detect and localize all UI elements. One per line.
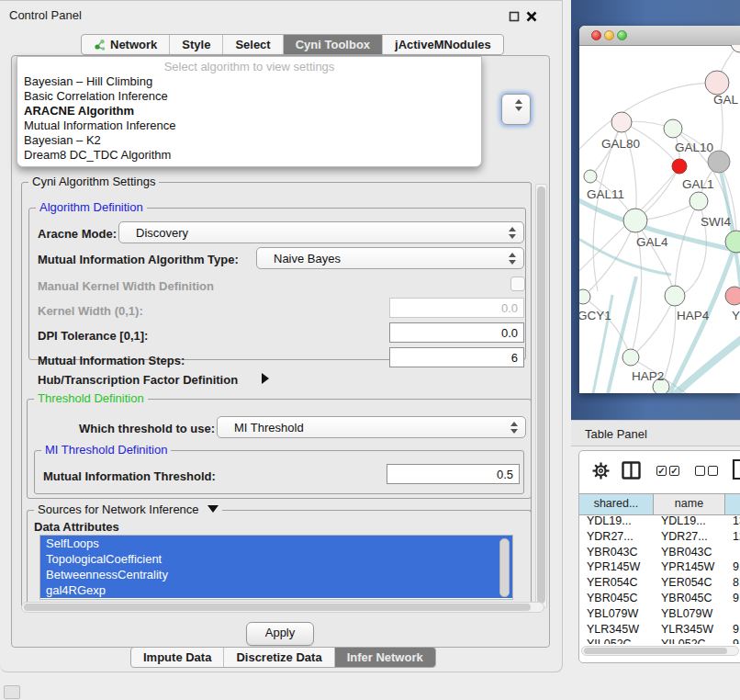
network-graph-canvas[interactable]: GALGAL80GAL10GAL1GAL11GAL4SWI4GCY1HAP4YH…: [579, 45, 740, 393]
table-row[interactable]: YDL19...YDL19...13: [579, 514, 740, 530]
table-hscroll-thumb[interactable]: [584, 648, 727, 654]
network-node-hap2[interactable]: [622, 349, 639, 366]
tab-infer-network[interactable]: Infer Network: [335, 648, 435, 667]
settings-scrollbar-thumb[interactable]: [537, 186, 545, 604]
close-traffic-light-icon[interactable]: [591, 30, 601, 40]
data-attributes-list[interactable]: SelfLoopsTopologicalCoefficientBetweenne…: [39, 535, 513, 600]
network-node-hap4[interactable]: [665, 286, 685, 306]
mi-threshold-label: Mutual Information Threshold:: [43, 469, 216, 483]
algorithm-dropdown-popup: Select algorithm to view settings Bayesi…: [17, 56, 482, 167]
checked-checkbox-icon[interactable]: ✓: [669, 466, 679, 476]
list-scrollbar-thumb[interactable]: [499, 538, 510, 597]
tab-select[interactable]: Select: [223, 35, 283, 54]
table-row[interactable]: YBL079WYBL079W: [579, 607, 740, 623]
dpi-tolerance-label: DPI Tolerance [0,1]:: [38, 329, 148, 343]
network-node-gal11[interactable]: [584, 170, 597, 183]
inference-algorithm-combobox-partial[interactable]: [501, 94, 531, 125]
table-row[interactable]: YPR145WYPR145W9.: [579, 560, 740, 576]
cyni-toolbox-panel: Select algorithm to view settings Bayesi…: [11, 55, 550, 648]
tab-style[interactable]: Style: [170, 35, 223, 54]
table-cell: 9.: [725, 623, 740, 638]
table-cell: YLR345W: [654, 623, 725, 638]
tab-discretize-data[interactable]: Discretize Data: [224, 648, 334, 667]
network-node-node-top[interactable]: [731, 45, 740, 52]
tab-network[interactable]: Network: [82, 35, 170, 54]
collapse-down-arrow-icon[interactable]: [207, 505, 219, 513]
minimize-traffic-light-icon[interactable]: [604, 30, 614, 40]
table-row[interactable]: YER054CYER054C8.: [579, 576, 740, 592]
network-node-gal80[interactable]: [611, 112, 632, 132]
table-row[interactable]: YLR345WYLR345W9.: [579, 623, 740, 638]
mi-threshold-field[interactable]: 0.5: [387, 464, 520, 484]
expand-right-arrow-icon[interactable]: [262, 373, 269, 384]
network-node-red-node[interactable]: [672, 159, 687, 174]
network-node-gal10[interactable]: [664, 119, 682, 138]
tab-jactivemnodules[interactable]: jActiveMNodules: [383, 35, 503, 54]
network-node-label-hap2: HAP2: [632, 369, 664, 383]
close-window-icon[interactable]: [525, 10, 538, 23]
dropdown-item-basic-correlation-inference[interactable]: Basic Correlation Inference: [17, 89, 481, 104]
manual-kernel-width-checkbox[interactable]: [510, 277, 525, 291]
dropdown-items: Bayesian – Hill ClimbingBasic Correlatio…: [17, 74, 481, 163]
unchecked-checkbox-icon[interactable]: [708, 466, 718, 476]
document-icon[interactable]: [732, 458, 740, 480]
zoom-traffic-light-icon[interactable]: [617, 30, 627, 40]
network-node-gcy1[interactable]: [579, 289, 590, 304]
dpi-tolerance-field[interactable]: 0.0: [389, 322, 524, 343]
network-node-gal4[interactable]: [623, 209, 647, 232]
dropdown-item-bayesian-k2[interactable]: Bayesian – K2: [17, 133, 481, 148]
dropdown-item-bayesian-hill-climbing[interactable]: Bayesian – Hill Climbing: [17, 74, 481, 89]
aracne-mode-combobox[interactable]: Discovery: [118, 221, 524, 243]
tab-cyni-toolbox[interactable]: Cyni Toolbox: [284, 35, 383, 54]
table-cell: YDL19...: [579, 514, 654, 530]
window-title: Control Panel: [9, 8, 82, 22]
which-threshold-combobox[interactable]: MI Threshold: [217, 416, 526, 438]
dropdown-item-aracne-algorithm[interactable]: ARACNE Algorithm: [17, 104, 481, 119]
attribute-item-gal4rgexp[interactable]: gal4RGexp: [40, 582, 512, 598]
table-cell: YLR345W: [579, 623, 654, 638]
attribute-item-betweennesscentrality[interactable]: BetweennessCentrality: [40, 567, 512, 582]
attribute-item-selfloops[interactable]: SelfLoops: [40, 536, 512, 551]
apply-button[interactable]: Apply: [246, 622, 314, 646]
group-title-threshold-definition: Threshold Definition: [34, 392, 148, 405]
table-horizontal-scrollbar[interactable]: [581, 646, 739, 656]
network-node-gal1[interactable]: [690, 192, 708, 210]
dropdown-item-dream8-dc-tdc-algorithm[interactable]: Dream8 DC_TDC Algorithm: [17, 148, 481, 163]
collapsed-panel-icon[interactable]: [4, 685, 20, 699]
tab-label: Network: [110, 38, 157, 51]
table-settings-gear-icon[interactable]: [592, 462, 610, 480]
network-node-salmon-node[interactable]: [725, 287, 740, 305]
network-icon: [94, 39, 106, 51]
kernel-width-field[interactable]: 0.0: [389, 298, 524, 318]
group-title-cyni-algorithm-settings: Cyni Algorithm Settings: [28, 175, 159, 188]
column-header-a[interactable]: A: [725, 494, 740, 514]
settings-hscroll-thumb[interactable]: [24, 604, 531, 611]
restore-window-icon[interactable]: [509, 11, 520, 22]
table-cell: YDR27...: [654, 530, 725, 546]
checked-checkbox-icon[interactable]: ✓: [656, 466, 667, 476]
column-browser-icon[interactable]: [622, 461, 641, 480]
table-cell: YBL079W: [579, 607, 654, 623]
tab-label: Infer Network: [347, 650, 423, 664]
bottom-tabbar: Impute DataDiscretize DataInfer Network: [130, 647, 436, 668]
settings-horizontal-scrollbar[interactable]: [21, 602, 544, 613]
mi-steps-label: Mutual Information Steps:: [38, 354, 185, 367]
attribute-item-topologicalcoefficient[interactable]: TopologicalCoefficient: [40, 551, 512, 567]
dropdown-item-mutual-information-inference[interactable]: Mutual Information Inference: [17, 119, 481, 133]
table-row[interactable]: YBR043CYBR043C: [579, 546, 740, 561]
column-header-name[interactable]: name: [654, 494, 725, 514]
table-row[interactable]: YIL052CYIL052C9.: [579, 638, 740, 644]
mi-algorithm-type-combobox[interactable]: Naive Bayes: [256, 247, 524, 269]
unchecked-checkbox-icon[interactable]: [695, 466, 705, 476]
mi-steps-field[interactable]: 6: [389, 347, 524, 367]
network-window-titlebar[interactable]: [579, 26, 740, 46]
network-node-gal-partial[interactable]: [705, 71, 729, 95]
table-cell: YPR145W: [579, 560, 654, 576]
table-cell: YBR045C: [579, 592, 654, 607]
column-header-shared-[interactable]: shared...: [579, 494, 654, 514]
tab-impute-data[interactable]: Impute Data: [131, 648, 224, 667]
table-cell: YIL052C: [579, 638, 654, 644]
settings-vertical-scrollbar[interactable]: [535, 184, 547, 608]
table-row[interactable]: YDR27...YDR27...12: [579, 530, 740, 546]
table-row[interactable]: YBR045CYBR045C9.: [579, 592, 740, 607]
